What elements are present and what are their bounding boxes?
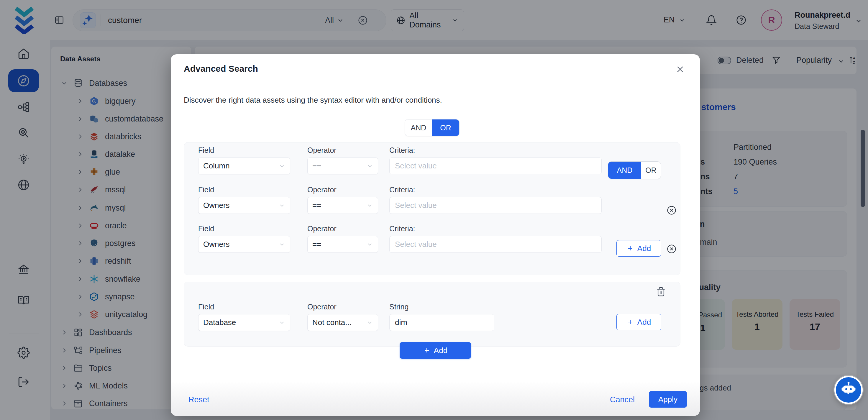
condition-group-1: Field Column Operator == Criteria: AND O… <box>184 142 680 275</box>
operator-select[interactable]: == <box>307 236 378 253</box>
chevron-down-icon <box>367 202 373 209</box>
chevron-down-icon <box>367 320 373 326</box>
add-condition-button[interactable]: Add <box>616 240 661 257</box>
add-label: Add <box>638 244 651 253</box>
remove-condition-icon[interactable] <box>666 244 677 254</box>
add-condition-button[interactable]: Add <box>616 314 661 330</box>
select-value: Owners <box>203 240 230 249</box>
criteria-input[interactable] <box>389 236 602 253</box>
select-value: == <box>312 240 321 249</box>
condition-group-2: Field Database Operator Not conta... Str… <box>184 282 680 347</box>
chatbot-button[interactable] <box>834 376 863 404</box>
operator-label: Operator <box>307 146 378 154</box>
select-value: Database <box>203 318 236 327</box>
chevron-down-icon <box>367 241 373 248</box>
select-value: Column <box>203 161 230 171</box>
plus-icon <box>423 347 430 354</box>
plus-icon <box>627 245 634 252</box>
chevron-down-icon <box>279 202 285 209</box>
operator-select[interactable]: == <box>307 157 378 174</box>
select-value: Owners <box>203 201 230 210</box>
divider <box>171 84 700 84</box>
chevron-down-icon <box>279 241 285 248</box>
and-toggle-button[interactable]: AND <box>608 162 641 179</box>
reset-button[interactable]: Reset <box>188 395 209 404</box>
select-value: Not conta... <box>312 318 351 327</box>
field-label: Field <box>198 303 290 311</box>
apply-button[interactable]: Apply <box>649 391 687 408</box>
row-logic-toggle: AND OR <box>608 161 661 179</box>
add-label: Add <box>434 346 447 355</box>
field-select[interactable]: Column <box>198 157 290 174</box>
add-label: Add <box>638 318 651 327</box>
select-value: == <box>312 201 321 210</box>
field-select[interactable]: Owners <box>198 236 290 253</box>
chevron-down-icon <box>279 320 285 326</box>
modal-description: Discover the right data assets using the… <box>184 96 442 105</box>
remove-condition-icon[interactable] <box>666 205 677 215</box>
operator-label: Operator <box>307 224 378 233</box>
criteria-label: Criteria: <box>389 146 602 154</box>
robot-icon <box>838 379 860 401</box>
modal-title: Advanced Search <box>184 64 258 74</box>
criteria-label: Criteria: <box>389 185 602 194</box>
and-toggle-button[interactable]: AND <box>405 119 432 136</box>
or-toggle-button[interactable]: OR <box>432 119 459 136</box>
criteria-input[interactable] <box>389 157 602 174</box>
string-label: String <box>389 303 494 311</box>
operator-label: Operator <box>307 303 378 311</box>
operator-select[interactable]: Not conta... <box>307 314 378 331</box>
app-root: All All Domains EN R Rounakpreet.d Data … <box>0 0 868 420</box>
or-toggle-button[interactable]: OR <box>641 162 661 179</box>
chevron-down-icon <box>367 163 373 169</box>
field-label: Field <box>198 146 290 154</box>
group-logic-toggle: AND OR <box>405 119 460 136</box>
criteria-input[interactable] <box>389 197 602 214</box>
add-group-button[interactable]: Add <box>400 342 471 359</box>
chevron-down-icon <box>279 163 285 169</box>
field-select[interactable]: Owners <box>198 197 290 214</box>
field-label: Field <box>198 185 290 194</box>
string-input[interactable] <box>389 314 494 331</box>
criteria-label: Criteria: <box>389 224 602 233</box>
field-select[interactable]: Database <box>198 314 290 331</box>
operator-label: Operator <box>307 185 378 194</box>
close-icon[interactable] <box>676 65 685 74</box>
advanced-search-modal: Advanced Search Discover the right data … <box>171 54 700 416</box>
trash-icon[interactable] <box>656 287 666 297</box>
plus-icon <box>627 319 634 326</box>
select-value: == <box>312 161 321 171</box>
cancel-button[interactable]: Cancel <box>610 395 635 404</box>
modal-footer: Reset Cancel Apply <box>171 381 700 416</box>
operator-select[interactable]: == <box>307 197 378 214</box>
field-label: Field <box>198 224 290 233</box>
